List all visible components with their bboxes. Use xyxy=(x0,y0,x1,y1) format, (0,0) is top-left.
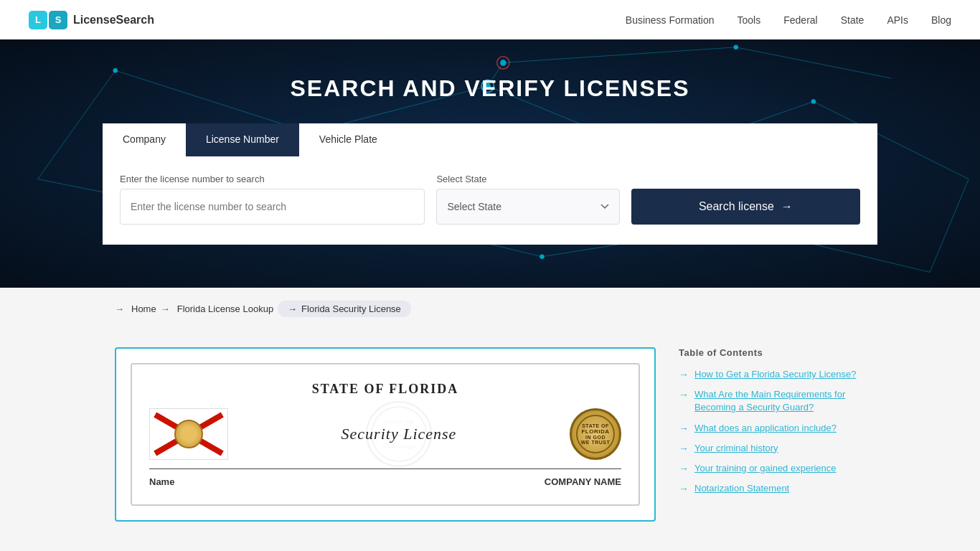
breadcrumb-arrow-1: → xyxy=(115,303,124,314)
florida-seal-right: STATE OF FLORIDA IN GOD WE TRUST xyxy=(570,408,621,460)
license-field-group: Enter the license number to search xyxy=(120,174,425,225)
tab-vehicle-plate[interactable]: Vehicle Plate xyxy=(299,123,397,156)
breadcrumb-lookup[interactable]: Florida License Lookup xyxy=(177,303,273,314)
license-inner: STATE OF FLORIDA STATE OF THE xyxy=(131,363,640,506)
svg-line-15 xyxy=(930,179,969,273)
toc-item-3[interactable]: → What does an application include? xyxy=(679,422,865,435)
license-input[interactable] xyxy=(120,189,425,225)
breadcrumb-home[interactable]: Home xyxy=(131,303,156,314)
nav-blog[interactable]: Blog xyxy=(931,14,951,26)
license-card-wrapper: STATE OF FLORIDA STATE OF THE xyxy=(115,347,656,522)
state-field-group: Select State Select State AlabamaAlaskaA… xyxy=(436,174,619,225)
tab-bar: Company License Number Vehicle Plate xyxy=(103,123,877,156)
toc-arrow-6: → xyxy=(679,483,689,494)
toc-item-6[interactable]: → Notarization Statement xyxy=(679,482,865,495)
florida-flag xyxy=(149,408,228,460)
svg-text:STATE OF THE: STATE OF THE xyxy=(384,420,414,424)
toc-arrow-3: → xyxy=(679,423,689,434)
search-body: Enter the license number to search Selec… xyxy=(103,156,877,245)
nav-federal[interactable]: Federal xyxy=(783,14,817,26)
toc-link-1[interactable]: How to Get a Florida Security License? xyxy=(694,368,856,381)
brand-name[interactable]: LicenseSearch xyxy=(73,14,154,27)
logo-letter-l: L xyxy=(29,11,47,29)
svg-text:FLORIDA: FLORIDA xyxy=(387,433,412,439)
nav-links: Business Formation Tools Federal State A… xyxy=(626,14,951,26)
license-field-name: Name xyxy=(149,476,174,487)
license-center: STATE OF THE FLORIDA IN GOD WE TRUST Sec… xyxy=(228,425,570,443)
toc-link-5[interactable]: Your training or gained experience xyxy=(694,462,837,475)
search-container: Company License Number Vehicle Plate Ent… xyxy=(103,123,877,245)
toc-arrow-5: → xyxy=(679,463,689,474)
nav-apis[interactable]: APIs xyxy=(887,14,908,26)
flag-seal xyxy=(174,420,203,448)
seal-inner: STATE OF FLORIDA IN GOD WE TRUST xyxy=(576,415,615,453)
seal-watermark: STATE OF THE FLORIDA IN GOD WE TRUST xyxy=(363,398,435,470)
toc-item-4[interactable]: → Your criminal history xyxy=(679,442,865,455)
nav-tools[interactable]: Tools xyxy=(738,14,761,26)
license-middle: STATE OF THE FLORIDA IN GOD WE TRUST Sec… xyxy=(149,408,621,460)
toc-link-3[interactable]: What does an application include? xyxy=(694,422,837,435)
tab-license-number[interactable]: License Number xyxy=(186,123,299,156)
breadcrumb-current-arrow: → xyxy=(288,303,297,314)
hero-title: SEARCH AND VERIFY LICENSES xyxy=(0,39,980,123)
toc-arrow-1: → xyxy=(679,369,689,380)
toc-item-2[interactable]: → What Are the Main Requirements for Bec… xyxy=(679,388,865,414)
toc-arrow-2: → xyxy=(679,389,689,400)
svg-point-25 xyxy=(540,255,544,259)
logo-area: L S LicenseSearch xyxy=(29,11,154,29)
breadcrumb-current[interactable]: → Florida Security License xyxy=(278,301,411,317)
license-state-title: STATE OF FLORIDA xyxy=(149,382,621,397)
state-select-label: Select State xyxy=(436,174,619,184)
toc-item-5[interactable]: → Your training or gained experience xyxy=(679,462,865,475)
navbar: L S LicenseSearch Business Formation Too… xyxy=(0,0,980,39)
search-button[interactable]: Search license → xyxy=(631,189,860,225)
license-name-row: Name COMPANY NAME xyxy=(149,476,621,487)
license-field-company: COMPANY NAME xyxy=(545,476,621,487)
license-card: STATE OF FLORIDA STATE OF THE xyxy=(115,347,656,522)
logo-icon: L S xyxy=(29,11,67,29)
breadcrumb-arrow-2: → xyxy=(161,303,170,314)
toc-link-2[interactable]: What Are the Main Requirements for Becom… xyxy=(694,388,865,414)
nav-state[interactable]: State xyxy=(841,14,864,26)
hero-section: SEARCH AND VERIFY LICENSES Company Licen… xyxy=(0,39,980,288)
breadcrumb: → Home → Florida License Lookup → Florid… xyxy=(0,288,980,330)
search-button-arrow: → xyxy=(781,200,793,213)
state-select[interactable]: Select State AlabamaAlaskaArizona Arkans… xyxy=(436,189,619,225)
search-button-label: Search license xyxy=(699,200,774,213)
tab-company[interactable]: Company xyxy=(103,123,186,156)
toc-section: Table of Contents → How to Get a Florida… xyxy=(679,347,865,522)
toc-link-4[interactable]: Your criminal history xyxy=(694,442,778,455)
breadcrumb-current-label: Florida Security License xyxy=(301,303,401,314)
svg-text:IN GOD WE TRUST: IN GOD WE TRUST xyxy=(382,445,415,449)
main-content: STATE OF FLORIDA STATE OF THE xyxy=(0,330,980,539)
nav-business-formation[interactable]: Business Formation xyxy=(626,14,715,26)
toc-arrow-4: → xyxy=(679,443,689,454)
toc-link-6[interactable]: Notarization Statement xyxy=(694,482,789,495)
toc-item-1[interactable]: → How to Get a Florida Security License? xyxy=(679,368,865,381)
license-input-label: Enter the license number to search xyxy=(120,174,425,184)
logo-letter-s: S xyxy=(49,11,67,29)
toc-title: Table of Contents xyxy=(679,347,865,358)
